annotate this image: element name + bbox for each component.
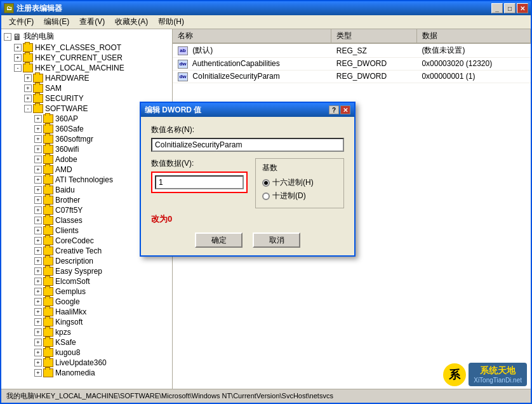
tree-item-kpzs[interactable]: + kpzs [3,327,171,337]
tree-item-kingsoft[interactable]: + Kingsoft [3,317,171,327]
expand-360safe[interactable]: + [34,125,42,133]
folder-icon-creativetech [43,246,53,255]
expand-baidu[interactable]: + [34,186,42,194]
watermark: 系 系统天地 XiTongTianDi.net [443,363,527,386]
expand-hardware[interactable]: + [24,74,32,82]
radio-hex-circle[interactable] [262,179,270,187]
tree-item-mypc[interactable]: - 🖥 我的电脑 [3,30,171,43]
reg-data-authcap: 0x00003020 (12320) [416,58,530,71]
expand-corecodec[interactable]: + [34,237,42,245]
dialog-title-bar: 编辑 DWORD 值 ? ✕ [141,103,354,117]
radio-dec-circle[interactable] [262,192,270,200]
name-input[interactable] [151,138,344,152]
expand-liveupdate360[interactable]: + [34,359,42,367]
expand-creativetech[interactable]: + [34,247,42,255]
expand-ati[interactable]: + [34,176,42,184]
tree-item-ksafe[interactable]: + KSafe [3,337,171,347]
folder-icon-hardware [33,74,43,83]
expand-sam[interactable]: + [24,84,32,92]
tree-item-haalimkx[interactable]: + HaaliMkx [3,307,171,317]
table-row[interactable]: ab (默认) REG_SZ (数值未设置) [173,43,531,58]
dialog-close-button[interactable]: ✕ [340,105,350,114]
tree-label-easysysprep: Easy Sysprep [55,267,102,276]
folder-icon-elcomsoft [43,277,53,286]
dialog-help-button[interactable]: ? [329,105,339,114]
expand-gemplus[interactable]: + [34,288,42,295]
expand-security[interactable]: + [24,95,32,102]
folder-icon-manomedia [43,368,53,377]
expand-elcomsoft[interactable]: + [34,278,42,285]
data-label: 数值数据(V): [151,158,248,169]
expand-adobe[interactable]: + [34,156,42,163]
radio-hex-label: 十六进制(H) [272,177,314,188]
tree-label-mypc: 我的电脑 [23,31,54,42]
tree-label-description: Description [55,257,93,266]
expand-ksafe[interactable]: + [34,339,42,346]
radio-group: 基数 十六进制(H) 十进制(D) [255,158,344,208]
expand-classes[interactable]: + [34,217,42,224]
dialog-data-row: 数值数据(V): 基数 十六进制(H) 十进制(D) [151,158,344,208]
tree-item-description[interactable]: + Description [3,256,171,266]
tree-item-hardware[interactable]: + HARDWARE [3,73,171,83]
expand-manomedia[interactable]: + [34,369,42,377]
table-row[interactable]: dw AuthenticationCapabilities REG_DWORD … [173,58,531,71]
tree-item-kugou8[interactable]: + kugou8 [3,347,171,358]
expand-co7ft5y[interactable]: + [34,206,42,214]
expand-kpzs[interactable]: + [34,328,42,336]
folder-icon-clients [43,226,53,235]
tree-item-google[interactable]: + Google [3,297,171,307]
tree-label-software: SOFTWARE [45,104,88,113]
reg-icon-dword1: dw [178,60,188,69]
expand-360ap[interactable]: + [34,115,42,123]
tree-item-manomedia[interactable]: + Manomedia [3,368,171,378]
cancel-button[interactable]: 取消 [253,232,300,248]
table-row[interactable]: dw CoInitializeSecurityParam REG_DWORD 0… [173,70,531,83]
tree-item-sam[interactable]: + SAM [3,83,171,93]
ok-button[interactable]: 确定 [195,232,243,248]
expand-amd[interactable]: + [34,166,42,173]
tree-label-corecodec: CoreCodec [55,236,94,245]
tree-item-gemplus[interactable]: + Gemplus [3,286,171,297]
tree-label-hkcu: HKEY_CURRENT_USER [35,53,123,62]
expand-hklm[interactable]: - [14,64,22,72]
tree-item-elcomsoft[interactable]: + ElcomSoft [3,276,171,286]
radio-dec-item[interactable]: 十进制(D) [262,191,337,201]
menu-file[interactable]: 文件(F) [4,15,39,29]
minimize-button[interactable]: _ [491,3,503,13]
expand-360softmgr[interactable]: + [34,135,42,143]
tree-item-hkcr[interactable]: + HKEY_CLASSES_ROOT [3,43,171,53]
radio-hex-item[interactable]: 十六进制(H) [262,177,337,188]
tree-item-liveupdate360[interactable]: + LiveUpdate360 [3,358,171,368]
folder-icon-liveupdate360 [43,358,53,367]
expand-software[interactable]: - [24,105,32,112]
expand-360wifi[interactable]: + [34,145,42,153]
menu-edit[interactable]: 编辑(E) [39,15,74,29]
expand-kugou8[interactable]: + [34,349,42,356]
close-button[interactable]: ✕ [517,3,528,13]
tree-item-easysysprep[interactable]: + Easy Sysprep [3,266,171,276]
dialog-title-text: 编辑 DWORD 值 [145,105,201,116]
expand-haalimkx[interactable]: + [34,308,42,316]
tree-label-liveupdate360: LiveUpdate360 [55,358,107,367]
expand-hkcr[interactable]: + [14,44,22,51]
expand-clients[interactable]: + [34,227,42,234]
expand-kingsoft[interactable]: + [34,318,42,326]
radio-dec-label: 十进制(D) [272,191,306,201]
folder-icon-hkcu [23,53,33,62]
expand-easysysprep[interactable]: + [34,267,42,275]
maximize-button[interactable]: □ [504,3,515,13]
expand-hkcu[interactable]: + [14,54,22,62]
tree-label-360softmgr: 360softmgr [55,135,93,144]
menu-view[interactable]: 查看(V) [74,15,110,29]
expand-google[interactable]: + [34,298,42,306]
dialog-left-section: 数值数据(V): [151,158,248,193]
menu-help[interactable]: 帮助(H) [153,15,189,29]
menu-favorites[interactable]: 收藏夹(A) [110,15,153,29]
tree-item-hkcu[interactable]: + HKEY_CURRENT_USER [3,53,171,63]
expand-brother[interactable]: + [34,196,42,204]
tree-label-baidu: Baidu [55,185,75,194]
value-input[interactable] [155,175,244,189]
expand-mypc[interactable]: - [4,33,11,41]
tree-item-hklm[interactable]: - HKEY_LOCAL_MACHINE [3,63,171,73]
expand-description[interactable]: + [34,257,42,265]
